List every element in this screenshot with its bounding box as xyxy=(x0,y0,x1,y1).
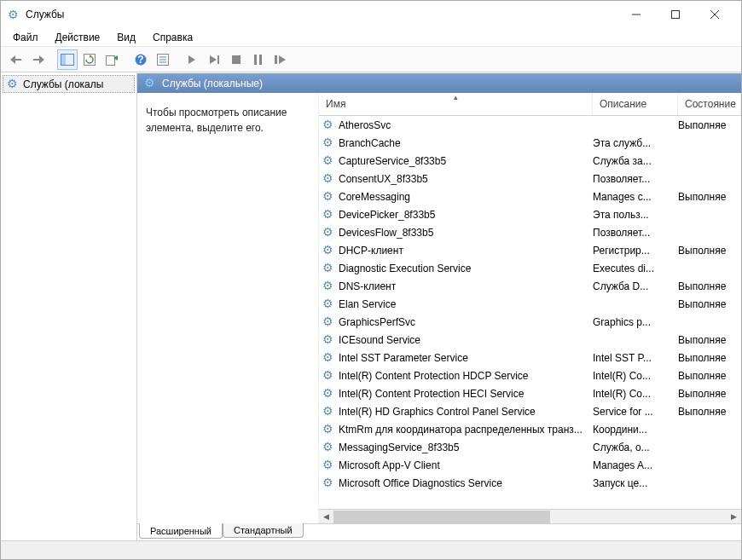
service-row[interactable]: DHCP-клиентРегистрир...Выполняе xyxy=(319,241,741,259)
menu-help[interactable]: Справка xyxy=(146,30,200,45)
service-state: Выполняе xyxy=(678,370,738,382)
service-state: Выполняе xyxy=(678,352,738,364)
service-row[interactable]: Diagnostic Execution ServiceExecutes di.… xyxy=(319,259,741,277)
column-description[interactable]: Описание xyxy=(593,93,678,115)
titlebar[interactable]: Службы xyxy=(1,1,741,28)
menu-action[interactable]: Действие xyxy=(49,30,107,45)
service-row[interactable]: CaptureService_8f33b5Служба за... xyxy=(319,152,741,170)
service-description: Service for ... xyxy=(593,406,678,418)
gear-icon xyxy=(322,351,335,364)
restart-service-button[interactable] xyxy=(270,49,291,70)
gear-icon xyxy=(322,333,335,346)
service-name: KtmRm для координатора распределенных тр… xyxy=(339,424,593,436)
service-row[interactable]: DevicesFlow_8f33b5Позволяет... xyxy=(319,223,741,241)
service-name: CaptureService_8f33b5 xyxy=(339,155,593,167)
pause-service-button[interactable] xyxy=(248,49,269,70)
svg-rect-22 xyxy=(254,55,257,65)
service-name: Elan Service xyxy=(339,298,593,310)
service-state: Выполняе xyxy=(678,245,738,257)
svg-rect-21 xyxy=(232,55,241,64)
service-row[interactable]: BranchCacheЭта служб... xyxy=(319,134,741,152)
app-icon xyxy=(8,9,20,21)
tree-pane[interactable]: Службы (локалы xyxy=(1,73,137,540)
service-name: Diagnostic Execution Service xyxy=(339,263,593,274)
svg-marker-18 xyxy=(188,55,195,64)
gear-icon xyxy=(322,226,335,239)
gear-icon xyxy=(322,280,335,292)
show-hide-tree-button[interactable] xyxy=(57,49,78,70)
gear-icon xyxy=(322,244,335,257)
close-button[interactable] xyxy=(695,2,734,27)
service-row[interactable]: Intel SST Parameter ServiceIntel SST P..… xyxy=(319,349,741,367)
sort-asc-icon: ▴ xyxy=(454,93,458,101)
gear-icon xyxy=(144,77,157,89)
service-name: DevicePicker_8f33b5 xyxy=(339,209,593,221)
service-row[interactable]: CoreMessagingManages c...Выполняе xyxy=(319,188,741,205)
help-button[interactable]: ? xyxy=(130,49,151,70)
detail-panel: Чтобы просмотреть описание элемента, выд… xyxy=(137,93,318,523)
scroll-left-icon[interactable]: ◀ xyxy=(319,510,333,524)
service-row[interactable]: ConsentUX_8f33b5Позволяет... xyxy=(319,170,741,188)
back-button[interactable] xyxy=(6,49,26,70)
window-title: Службы xyxy=(26,9,64,20)
refresh-button[interactable] xyxy=(79,49,100,70)
stop-service-button[interactable] xyxy=(226,49,246,70)
export-list-button[interactable] xyxy=(101,49,122,70)
scroll-right-icon[interactable]: ▶ xyxy=(727,510,741,524)
gear-icon xyxy=(322,262,335,274)
service-row[interactable]: ICEsound ServiceВыполняе xyxy=(319,331,741,349)
service-name: CoreMessaging xyxy=(339,191,593,203)
scroll-thumb[interactable] xyxy=(333,511,550,523)
content-row: Чтобы просмотреть описание элемента, выд… xyxy=(137,93,741,523)
tree-root-item[interactable]: Службы (локалы xyxy=(3,75,135,93)
menu-file[interactable]: Файл xyxy=(6,30,45,45)
service-list[interactable]: AtherosSvcВыполняеBranchCacheЭта служб..… xyxy=(319,116,741,509)
service-row[interactable]: Microsoft Office Diagnostics ServiceЗапу… xyxy=(319,474,741,492)
service-name: ICEsound Service xyxy=(339,334,593,346)
service-row[interactable]: AtherosSvcВыполняе xyxy=(319,116,741,134)
service-row[interactable]: GraphicsPerfSvcGraphics p... xyxy=(319,313,741,331)
service-description: Служба, о... xyxy=(593,442,678,453)
svg-marker-9 xyxy=(90,55,91,58)
service-row[interactable]: Intel(R) Content Protection HECI Service… xyxy=(319,384,741,402)
service-row[interactable]: KtmRm для координатора распределенных тр… xyxy=(319,420,741,438)
service-name: Intel(R) HD Graphics Control Panel Servi… xyxy=(339,406,593,418)
service-name: ConsentUX_8f33b5 xyxy=(339,173,593,185)
service-row[interactable]: Intel(R) HD Graphics Control Panel Servi… xyxy=(319,402,741,420)
service-description: Позволяет... xyxy=(593,227,678,239)
svg-marker-25 xyxy=(279,55,286,64)
service-state: Выполняе xyxy=(678,280,738,292)
maximize-button[interactable] xyxy=(656,2,695,27)
service-row[interactable]: Microsoft App-V ClientManages A... xyxy=(319,456,741,474)
minimize-button[interactable] xyxy=(617,2,656,27)
detail-hint: Чтобы просмотреть описание элемента, выд… xyxy=(146,105,310,136)
forward-button[interactable] xyxy=(28,49,49,70)
start-service-button[interactable] xyxy=(182,49,202,70)
right-pane: Службы (локальные) Чтобы просмотреть опи… xyxy=(137,73,741,540)
service-row[interactable]: DevicePicker_8f33b5Эта польз... xyxy=(319,205,741,223)
resume-service-button[interactable] xyxy=(204,49,224,70)
horizontal-scrollbar[interactable]: ◀ ▶ xyxy=(319,509,741,523)
gear-icon xyxy=(322,172,335,185)
service-row[interactable]: Elan ServiceВыполняе xyxy=(319,295,741,313)
statusbar xyxy=(1,540,741,559)
tab-extended[interactable]: Расширенный xyxy=(139,523,223,539)
service-description: Intel(R) Co... xyxy=(593,388,678,400)
gear-icon xyxy=(322,476,335,489)
gear-icon xyxy=(322,118,335,131)
column-state[interactable]: Состояние xyxy=(678,93,741,115)
column-name[interactable]: ▴ Имя xyxy=(319,93,593,115)
service-row[interactable]: DNS-клиентСлужба D...Выполняе xyxy=(319,277,741,295)
gear-icon xyxy=(322,315,335,328)
gear-icon xyxy=(322,369,335,382)
scroll-track[interactable] xyxy=(333,511,727,523)
service-description: Manages c... xyxy=(593,191,678,203)
service-row[interactable]: MessagingService_8f33b5Служба, о... xyxy=(319,438,741,456)
service-name: AtherosSvc xyxy=(339,119,593,131)
tab-standard[interactable]: Стандартный xyxy=(223,523,304,538)
service-name: Intel(R) Content Protection HECI Service xyxy=(339,388,593,400)
menu-view[interactable]: Вид xyxy=(110,30,142,45)
properties-button[interactable] xyxy=(153,49,173,70)
service-state: Выполняе xyxy=(678,298,738,310)
service-row[interactable]: Intel(R) Content Protection HDCP Service… xyxy=(319,367,741,384)
